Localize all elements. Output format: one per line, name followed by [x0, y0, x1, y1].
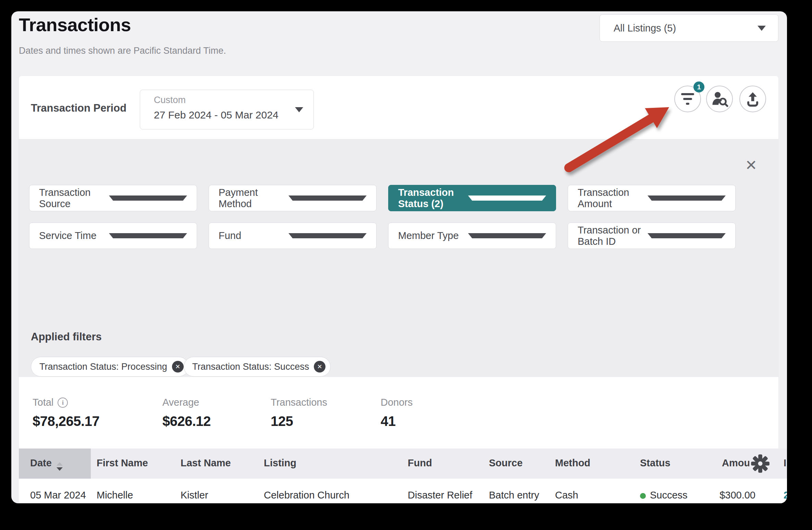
listings-dropdown-value: All Listings (5): [614, 23, 758, 34]
filter-dropdown-member-type[interactable]: Member Type: [388, 223, 556, 249]
donor-search-button[interactable]: [706, 86, 733, 112]
table-row[interactable]: 05 Mar 2024 Michelle Kistler Celebration…: [19, 479, 787, 503]
chevron-down-icon: [295, 107, 303, 112]
page-title: Transactions: [19, 14, 131, 35]
transactions-page: Transactions Dates and times shown are P…: [11, 11, 787, 503]
stat-total: Totali $78,265.17: [33, 377, 99, 429]
cell-last-name: Kistler: [181, 490, 208, 501]
success-status-dot: [640, 493, 646, 499]
table-header: Date First Name Last Name Listing Fund S…: [19, 449, 787, 479]
cell-transaction-link-fragment[interactable]: 2: [784, 490, 787, 501]
filter-count-badge: 1: [693, 81, 704, 92]
timezone-note: Dates and times shown are Pacific Standa…: [19, 46, 226, 56]
applied-filter-chip[interactable]: Transaction Status: Success ✕: [184, 357, 331, 377]
stat-transactions: Transactions 125: [271, 377, 327, 429]
chevron-down-icon: [758, 26, 766, 31]
stat-donors-value: 41: [381, 414, 413, 429]
chevron-down-icon: [648, 233, 726, 238]
filter-dropdown-payment-method[interactable]: Payment Method: [209, 185, 377, 211]
chevron-down-icon: [288, 233, 367, 238]
stat-total-value: $78,265.17: [33, 414, 99, 429]
column-header-date[interactable]: Date: [30, 457, 63, 471]
chevron-down-icon: [468, 233, 546, 238]
filter-dropdown-transaction-or-batch-id[interactable]: Transaction or Batch ID: [568, 223, 736, 249]
stat-donors: Donors 41: [381, 377, 413, 429]
info-icon[interactable]: i: [58, 398, 68, 408]
chevron-down-icon: [648, 195, 726, 201]
column-header-fund[interactable]: Fund: [408, 457, 432, 469]
column-header-listing[interactable]: Listing: [264, 457, 296, 469]
stat-average-value: $626.12: [162, 414, 211, 429]
chevron-down-icon: [109, 195, 187, 201]
cell-status: Success: [640, 490, 688, 501]
chevron-down-icon: [288, 195, 367, 201]
column-header-amount[interactable]: Amount: [722, 457, 749, 469]
cell-fund: Disaster Relief: [408, 490, 472, 501]
column-header-method[interactable]: Method: [555, 457, 590, 469]
column-header-first-name[interactable]: First Name: [97, 457, 148, 469]
chevron-down-icon: [468, 195, 546, 201]
transactions-card: Transaction Period Custom 27 Feb 2024 - …: [19, 76, 778, 449]
stat-average: Average $626.12: [162, 377, 211, 429]
listings-dropdown[interactable]: All Listings (5): [600, 14, 778, 42]
remove-filter-icon[interactable]: ✕: [172, 361, 184, 373]
period-value: 27 Feb 2024 - 05 Mar 2024: [154, 109, 279, 121]
sort-icon: [57, 462, 63, 471]
filter-dropdown-transaction-source[interactable]: Transaction Source: [29, 185, 197, 211]
cell-amount: $300.00: [688, 490, 755, 501]
period-preset: Custom: [154, 95, 186, 105]
column-header-source[interactable]: Source: [489, 457, 522, 469]
chevron-down-icon: [109, 233, 187, 238]
cell-first-name: Michelle: [97, 490, 133, 501]
applied-filters-label: Applied filters: [31, 331, 102, 343]
transaction-period-dropdown[interactable]: Custom 27 Feb 2024 - 05 Mar 2024: [140, 90, 314, 129]
filter-panel: ✕ Transaction Source Payment Method Tran…: [19, 139, 778, 377]
cell-source: Batch entry: [489, 490, 539, 501]
filter-dropdown-fund[interactable]: Fund: [209, 223, 377, 249]
clipped-column-header: I: [784, 457, 786, 469]
upload-icon: [744, 90, 762, 108]
remove-filter-icon[interactable]: ✕: [314, 361, 325, 373]
summary-stats: Totali $78,265.17 Average $626.12 Transa…: [19, 377, 778, 449]
cell-listing: Celebration Church: [264, 490, 349, 501]
filter-dropdown-transaction-status[interactable]: Transaction Status (2): [388, 185, 556, 211]
filter-icon: [681, 93, 694, 105]
column-header-status[interactable]: Status: [640, 457, 670, 469]
transaction-period-label: Transaction Period: [31, 102, 126, 114]
cell-date: 05 Mar 2024: [30, 490, 86, 501]
person-search-icon: [711, 90, 728, 108]
filter-dropdown-transaction-amount[interactable]: Transaction Amount: [568, 185, 736, 211]
column-header-last-name[interactable]: Last Name: [181, 457, 231, 469]
applied-filter-chip[interactable]: Transaction Status: Processing ✕: [31, 357, 189, 377]
stat-transactions-value: 125: [271, 414, 327, 429]
export-button[interactable]: [739, 86, 766, 112]
cell-method: Cash: [555, 490, 578, 501]
close-icon[interactable]: ✕: [745, 158, 757, 173]
column-settings-gear-icon[interactable]: [751, 454, 770, 473]
filter-dropdown-service-time[interactable]: Service Time: [29, 223, 197, 249]
